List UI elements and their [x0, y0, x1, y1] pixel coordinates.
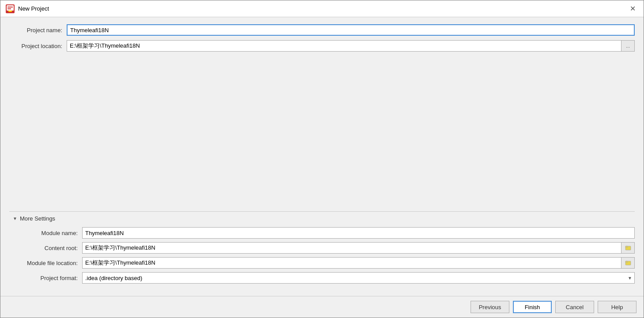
- dialog-footer: Previous Finish Cancel Help: [0, 296, 644, 318]
- close-button[interactable]: ✕: [627, 3, 638, 15]
- svg-rect-6: [625, 246, 628, 247]
- module-name-input[interactable]: [82, 227, 635, 239]
- more-settings-section: ▼ More Settings Module name: Content roo…: [9, 211, 635, 289]
- more-settings-label: More Settings: [20, 215, 55, 222]
- project-format-select-wrap: .idea (directory based) Eclipse (eclipse…: [82, 272, 635, 284]
- project-format-label: Project format:: [9, 275, 82, 281]
- project-format-select[interactable]: .idea (directory based) Eclipse (eclipse…: [82, 272, 635, 284]
- project-name-row: Project name:: [9, 24, 635, 36]
- cancel-button[interactable]: Cancel: [555, 301, 594, 313]
- content-root-input[interactable]: [82, 242, 621, 254]
- project-location-label: Project location:: [9, 43, 67, 49]
- module-file-location-browse-button[interactable]: [621, 257, 635, 269]
- module-name-row: Module name:: [9, 227, 635, 239]
- svg-rect-1: [7, 5, 14, 11]
- content-root-row: Content root:: [9, 242, 635, 254]
- content-root-label: Content root:: [9, 245, 82, 251]
- project-location-input-wrap: ...: [67, 40, 635, 52]
- project-location-input[interactable]: [67, 40, 621, 52]
- title-bar: New Project ✕: [0, 0, 644, 17]
- project-location-browse-button[interactable]: ...: [621, 40, 635, 52]
- content-root-input-wrap: [82, 242, 635, 254]
- project-location-row: Project location: ...: [9, 40, 635, 52]
- svg-rect-4: [8, 11, 12, 12]
- module-file-location-input-wrap: [82, 257, 635, 269]
- module-name-label: Module name:: [9, 230, 82, 236]
- module-file-location-input[interactable]: [82, 257, 621, 269]
- app-icon: [6, 4, 15, 13]
- project-name-label: Project name:: [9, 27, 67, 34]
- previous-button[interactable]: Previous: [471, 301, 509, 313]
- dialog-title: New Project: [18, 5, 49, 12]
- module-file-location-label: Module file location:: [9, 260, 82, 266]
- more-settings-body: Module name: Content root:: [9, 225, 635, 289]
- svg-rect-3: [8, 8, 11, 9]
- dialog-content: Project name: Project location: ... ▼ Mo…: [0, 17, 644, 296]
- new-project-dialog: New Project ✕ Project name: Project loca…: [0, 0, 644, 318]
- help-button[interactable]: Help: [598, 301, 636, 313]
- more-settings-arrow-icon: ▼: [13, 216, 17, 221]
- project-format-row: Project format: .idea (directory based) …: [9, 272, 635, 284]
- title-bar-left: New Project: [6, 4, 49, 13]
- content-spacer: [9, 56, 635, 208]
- project-name-input[interactable]: [67, 24, 635, 36]
- module-file-location-row: Module file location:: [9, 257, 635, 269]
- content-root-browse-button[interactable]: [621, 242, 635, 254]
- svg-rect-8: [625, 261, 628, 262]
- finish-button[interactable]: Finish: [513, 301, 552, 313]
- svg-rect-2: [8, 7, 13, 7]
- more-settings-header[interactable]: ▼ More Settings: [9, 212, 635, 225]
